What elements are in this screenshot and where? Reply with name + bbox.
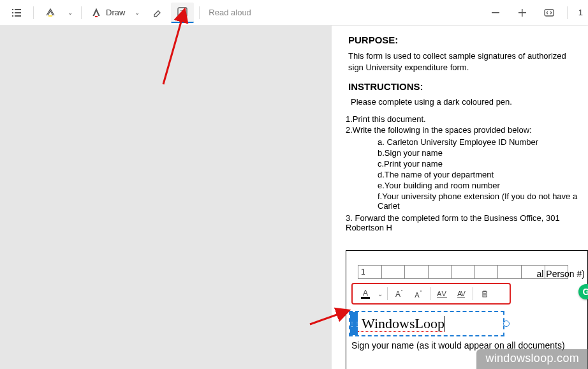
svg-rect-5 [15,15,21,17]
zoom-in-icon[interactable] [511,3,534,23]
highlighter-dropdown[interactable]: ⌄ [64,3,76,23]
svg-rect-0 [12,9,13,10]
svg-rect-13 [545,10,554,16]
svg-rect-6 [48,15,52,17]
purpose-heading: PURPOSE: [348,34,588,45]
toolbar-right: 1 [484,3,583,23]
fit-page-icon[interactable] [538,3,561,23]
grid-cell: 1 [358,266,382,278]
text-annotation-box[interactable]: ⋮⋮ WindowsLoop [349,311,504,336]
grid-cell [429,266,452,278]
decrease-font-button[interactable]: A˅ [409,285,427,302]
grid-cell [475,266,499,278]
grid-cell [498,266,522,278]
person-label: al Person #) [537,269,585,279]
separator [199,6,200,19]
svg-rect-3 [15,12,21,13]
svg-line-14 [163,13,184,84]
svg-rect-4 [12,15,13,17]
separator [33,6,34,19]
list-item: 1.Print this document. [346,114,588,124]
svg-rect-2 [12,12,13,13]
purpose-text: This form is used to collect sample sign… [348,50,571,73]
list-subitem: b.Sign your name [378,148,588,158]
draw-dropdown[interactable]: ⌄ [131,3,143,23]
list-item: 2.Write the following in the spaces prov… [346,125,588,135]
highlighter-icon[interactable] [39,3,62,23]
content-area: PURPOSE: This form is used to collect sa… [0,26,588,369]
annotation-arrow-icon [307,291,352,329]
separator [387,287,388,300]
svg-rect-1 [15,9,21,10]
separator [567,6,568,19]
delete-text-button[interactable] [476,285,494,302]
list-subitem: a. Carleton University Employee ID Numbe… [378,137,588,147]
list-subitem: e.Your building and room number [378,181,588,190]
increase-font-button[interactable]: A˄ [390,285,408,302]
list-subitem: f.Your university phone extension (If yo… [378,192,588,211]
resize-handle[interactable] [503,320,510,327]
document-page[interactable]: PURPOSE: This form is used to collect sa… [332,26,588,369]
grid-cell [382,266,406,278]
instructions-heading: INSTRUCTIONS: [348,81,588,92]
table-of-contents-icon[interactable] [5,3,28,23]
separator [473,287,473,300]
text-annotation-value[interactable]: WindowsLoop [358,316,445,332]
font-color-button[interactable]: A [356,285,374,302]
decrease-spacing-button[interactable]: AV [452,285,470,302]
page-number: 1 [574,8,583,17]
grid-cell [452,266,475,278]
text-format-toolbar: A ⌄ A˄ A˅ AV AV [351,283,511,305]
read-aloud-button[interactable]: Read aloud [209,8,251,17]
draw-button[interactable]: Draw [87,3,129,23]
toolbar: ⌄ Draw ⌄ T Read aloud 1 [0,0,588,26]
grammarly-badge[interactable]: G [578,284,588,299]
svg-rect-12 [522,9,523,17]
svg-line-15 [310,312,346,324]
increase-spacing-button[interactable]: AV [433,285,451,302]
zoom-out-icon[interactable] [484,3,507,23]
list-subitem: d.The name of your department [378,170,588,179]
svg-rect-7 [95,16,98,17]
watermark: windowsloop.com [476,349,588,369]
text-caret [445,316,445,331]
separator [430,287,430,300]
font-color-dropdown[interactable]: ⌄ [376,285,385,302]
list-subitem: c.Print your name [378,159,588,169]
separator [81,6,82,19]
instructions-lead: Please complete using a dark coloured pe… [351,97,571,107]
list-item: 3. Forward the completed form to the Bus… [346,213,588,232]
annotation-arrow-icon [157,8,189,91]
grid-cell [405,266,429,278]
draw-label: Draw [106,8,125,17]
svg-rect-10 [492,12,499,13]
